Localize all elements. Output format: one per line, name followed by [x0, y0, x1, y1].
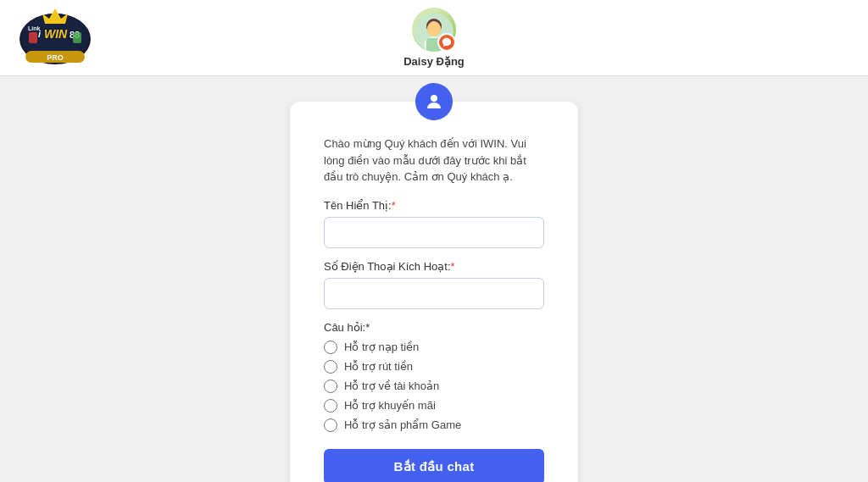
logo-area: PRO i WIN Link 88: [17, 7, 93, 69]
agent-info: Daisy Đặng: [403, 8, 465, 68]
radio-option-label: Hỗ trợ về tài khoản: [344, 380, 439, 392]
radio-option-label: Hỗ trợ nạp tiền: [344, 341, 419, 353]
chat-bubble-icon: [437, 33, 456, 52]
radio-option-0[interactable]: [324, 341, 337, 354]
phone-input[interactable]: [324, 278, 544, 309]
top-bar: PRO i WIN Link 88: [0, 0, 868, 76]
radio-group: Hỗ trợ nạp tiềnHỗ trợ rút tiềnHỗ trợ về …: [324, 341, 544, 432]
welcome-text: Chào mừng Quý khách đến với IWIN. Vui lò…: [324, 136, 544, 186]
user-icon-top: [415, 83, 453, 120]
agent-name: Daisy Đặng: [403, 55, 465, 68]
svg-text:WIN: WIN: [44, 27, 68, 41]
radio-option-label: Hỗ trợ rút tiền: [344, 360, 413, 373]
radio-option-label: Hỗ trợ sản phẩm Game: [344, 418, 461, 431]
radio-option-label: Hỗ trợ khuyến mãi: [344, 399, 436, 412]
radio-item[interactable]: Hỗ trợ về tài khoản: [324, 380, 544, 393]
name-input[interactable]: [324, 217, 544, 248]
radio-item[interactable]: Hỗ trợ nạp tiền: [324, 341, 544, 354]
start-chat-button[interactable]: Bắt đầu chat: [324, 449, 544, 483]
radio-option-2[interactable]: [324, 380, 337, 393]
agent-avatar-wrapper: [412, 8, 456, 52]
radio-item[interactable]: Hỗ trợ sản phẩm Game: [324, 418, 544, 432]
main-content: Chào mừng Quý khách đến với IWIN. Vui lò…: [0, 76, 868, 482]
svg-text:PRO: PRO: [47, 53, 64, 62]
svg-point-13: [427, 21, 441, 36]
name-label: Tên Hiển Thị:*: [324, 199, 544, 212]
radio-item[interactable]: Hỗ trợ khuyến mãi: [324, 399, 544, 413]
logo-icon: PRO i WIN Link 88: [17, 7, 93, 66]
question-label: Câu hỏi:*: [324, 321, 544, 334]
svg-point-16: [431, 95, 437, 102]
phone-label: Số Điện Thoại Kích Hoạt:*: [324, 260, 544, 273]
radio-option-1[interactable]: [324, 360, 337, 374]
radio-item[interactable]: Hỗ trợ rút tiền: [324, 360, 544, 374]
chat-card: Chào mừng Quý khách đến với IWIN. Vui lò…: [290, 102, 578, 482]
svg-rect-10: [73, 32, 81, 43]
radio-option-4[interactable]: [324, 418, 337, 432]
svg-text:Link: Link: [28, 25, 40, 31]
svg-rect-9: [29, 32, 37, 43]
radio-option-3[interactable]: [324, 399, 337, 413]
